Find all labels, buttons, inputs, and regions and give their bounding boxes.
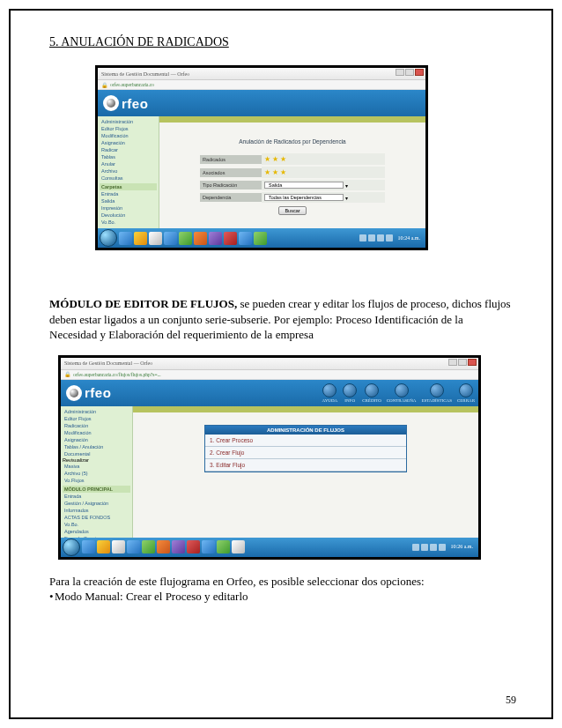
sidebar-item[interactable]: Administración	[100, 118, 157, 125]
sidebar-item[interactable]: Documental	[63, 450, 130, 457]
taskbar-icon[interactable]	[187, 540, 200, 553]
password-icon[interactable]	[395, 383, 409, 397]
window-titlebar: Sistema de Gestión Documental — Orfeo	[98, 68, 425, 80]
select-input[interactable]: Salida	[264, 182, 344, 189]
sidebar-item[interactable]: Masiva	[63, 463, 130, 470]
sidebar-item[interactable]: Devolución	[100, 212, 157, 219]
field-label: Dependencia	[200, 193, 262, 202]
window-title: Sistema de Gestión Documental — Orfeo	[64, 360, 152, 366]
sidebar-item[interactable]: Radicar	[100, 146, 157, 153]
sidebar-item[interactable]: Asignación	[100, 139, 157, 146]
system-tray	[359, 234, 393, 241]
url-text: orfeo.superbancaria.co/flujos/flujos.php…	[73, 372, 161, 377]
stats-icon[interactable]	[430, 383, 444, 397]
sidebar-item[interactable]: Entrada	[63, 493, 130, 500]
sidebar-item[interactable]: Radicación	[63, 422, 130, 429]
panel-option-crear-flujo[interactable]: 2. Crear Flujo	[205, 447, 406, 459]
field-label: Asociados	[200, 168, 262, 177]
lock-icon: 🔒	[64, 371, 70, 377]
taskbar-icon[interactable]	[157, 540, 170, 553]
body-paragraph: MÓDULO DE EDITOR DE FLUJOS, se pueden cr…	[49, 296, 513, 343]
sidebar-item[interactable]: Modificación	[100, 132, 157, 139]
taskbar-icon[interactable]	[232, 540, 245, 553]
field-value[interactable]: Salida ▾	[262, 180, 385, 190]
header-icon-bar: AYUDA INFO CRÉDITO CONTRASEÑA ESTADÍSTIC…	[322, 383, 475, 403]
taskbar-icon[interactable]	[119, 232, 132, 245]
sidebar-item[interactable]: Vo.Flujos	[63, 477, 130, 484]
content-area: ADMINISTRACIÓN DE FLUJOS 1. Crear Proces…	[133, 406, 478, 538]
sidebar-item[interactable]: Administración	[63, 408, 130, 415]
sidebar-item[interactable]: Gestión / Asignación	[63, 500, 130, 507]
sidebar-item[interactable]: Asignación	[63, 436, 130, 443]
field-label: Radicados	[200, 155, 262, 164]
sidebar-item[interactable]: Vo.Bo.	[63, 521, 130, 528]
sidebar-section-header: Carpetas	[100, 183, 157, 190]
field-value[interactable]: ★★★	[262, 153, 385, 165]
field-value[interactable]: ★★★	[262, 167, 385, 178]
sidebar-item[interactable]: Tablas	[100, 153, 157, 160]
sidebar-item[interactable]: Editor Flujos	[100, 125, 157, 132]
field-value[interactable]: Todas las Dependencias ▾	[262, 192, 385, 203]
taskbar-icon[interactable]	[202, 540, 215, 553]
panel-option-editar-flujo[interactable]: 3. Editar Flujo	[205, 459, 406, 472]
taskbar-icon[interactable]	[254, 232, 267, 245]
help-icon[interactable]	[322, 383, 336, 397]
taskbar-icon[interactable]	[82, 540, 95, 553]
window-title: Sistema de Gestión Documental — Orfeo	[101, 71, 189, 77]
sidebar-item[interactable]: Editor Flujos	[63, 415, 130, 422]
sidebar-item[interactable]: Archivo (5)	[63, 470, 130, 477]
admin-flujos-panel: ADMINISTRACIÓN DE FLUJOS 1. Crear Proces…	[204, 425, 407, 472]
sidebar-item[interactable]: Informados	[63, 507, 130, 514]
lock-icon: 🔒	[101, 82, 107, 88]
start-button-icon[interactable]	[63, 539, 80, 556]
taskbar-icon[interactable]	[134, 232, 147, 245]
sidebar-item[interactable]: Tablas / Anulación	[63, 443, 130, 450]
panel-option-crear-proceso[interactable]: 1. Crear Proceso	[205, 435, 406, 447]
page-number: 59	[506, 694, 516, 707]
sidebar-item[interactable]: Anular	[100, 160, 157, 167]
taskbar-clock: 10:24 a.m.	[395, 235, 425, 241]
sidebar-section-header: MÓDULO PRINCIPAL	[63, 486, 130, 493]
bullet-line: •Modo Manual: Crear el Proceso y editarl…	[49, 589, 513, 605]
credit-icon[interactable]	[365, 383, 379, 397]
sidebar-item[interactable]: ACTAS DE FONDOS	[63, 514, 130, 521]
document-page: 5. ANULACIÓN DE RADICADOS Sistema de Ges…	[9, 9, 553, 719]
url-text: orfeo.superbancaria.co	[110, 82, 154, 87]
paragraph-lead: MÓDULO DE EDITOR DE FLUJOS,	[49, 297, 237, 310]
window-controls	[396, 69, 424, 76]
taskbar-icon[interactable]	[224, 232, 237, 245]
field-label: Tipo Radicación	[200, 181, 262, 189]
sidebar-item[interactable]: Modificación	[63, 429, 130, 436]
search-button[interactable]: Buscar	[278, 206, 306, 215]
taskbar-icon[interactable]	[142, 540, 155, 553]
sidebar-item[interactable]: Consultas	[100, 175, 157, 182]
app-header: rfeo	[98, 90, 425, 116]
taskbar-icon[interactable]	[164, 232, 177, 245]
sidebar-item[interactable]: Salida	[100, 197, 157, 204]
brand-name: rfeo	[122, 96, 148, 111]
taskbar-icon[interactable]	[179, 232, 192, 245]
taskbar-icon[interactable]	[149, 232, 162, 245]
select-input[interactable]: Todas las Dependencias	[264, 194, 344, 201]
sidebar-item[interactable]: Archivo	[100, 167, 157, 175]
window-titlebar: Sistema de Gestión Documental — Orfeo	[61, 358, 478, 370]
taskbar-icon[interactable]	[172, 540, 185, 553]
taskbar-icon[interactable]	[239, 232, 252, 245]
close-session-icon[interactable]	[459, 383, 473, 397]
start-button-icon[interactable]	[100, 229, 117, 247]
taskbar-icon[interactable]	[194, 232, 207, 245]
taskbar-icon[interactable]	[97, 540, 110, 553]
taskbar-icon[interactable]	[209, 232, 222, 245]
taskbar-icon[interactable]	[112, 540, 125, 553]
info-icon[interactable]	[343, 383, 357, 397]
orfeo-logo-icon	[66, 385, 82, 401]
taskbar-icon[interactable]	[127, 540, 140, 553]
system-tray	[412, 544, 446, 551]
sidebar-item[interactable]: Entrada	[100, 190, 157, 197]
window-controls	[448, 359, 477, 366]
sidebar-item[interactable]: Agendados	[63, 528, 130, 535]
sidebar-item[interactable]: Impresión	[100, 204, 157, 212]
sidebar: Administración Editor Flujos Radicación …	[61, 406, 133, 538]
sidebar-item[interactable]: Vo.Bo.	[100, 219, 157, 226]
taskbar-icon[interactable]	[217, 540, 230, 553]
